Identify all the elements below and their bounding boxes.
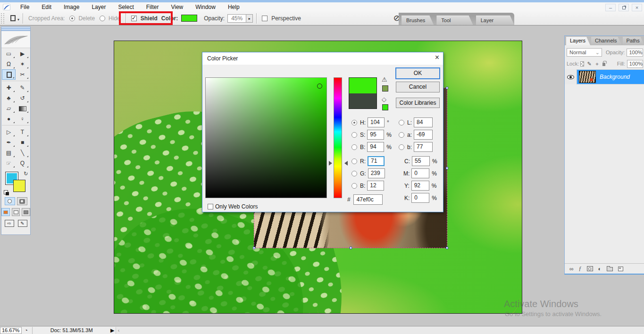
lock-position-icon[interactable]: ＋: [594, 60, 600, 67]
dialog-title-bar[interactable]: Color Picker ×: [202, 52, 443, 65]
minimize-button[interactable]: –: [605, 4, 616, 11]
standard-screen-button[interactable]: [1, 208, 10, 216]
c-input[interactable]: 55: [412, 156, 430, 166]
opacity-dropdown[interactable]: 45% ▸: [227, 14, 253, 23]
a-input[interactable]: -69: [414, 130, 433, 140]
add-mask-icon[interactable]: [587, 266, 593, 271]
l-input[interactable]: 84: [414, 117, 433, 127]
tab-channels[interactable]: Channels: [591, 37, 621, 45]
tool-move[interactable]: ▶: [16, 49, 29, 59]
visibility-cell[interactable]: [565, 69, 577, 84]
opacity-arrow-icon[interactable]: ▸: [246, 14, 253, 23]
layer-style-icon[interactable]: ƒ: [579, 265, 582, 272]
crop-handle-bottom-mid[interactable]: [350, 247, 352, 249]
only-web-colors-checkbox[interactable]: [208, 204, 213, 209]
tab-layers[interactable]: Layers: [566, 37, 590, 45]
menu-window[interactable]: Window: [189, 4, 222, 10]
b-radio[interactable]: [351, 144, 357, 150]
r-radio[interactable]: [351, 159, 357, 164]
restore-button[interactable]: [619, 4, 629, 11]
lab-b-input[interactable]: 77: [414, 142, 433, 152]
close-button[interactable]: ×: [632, 4, 642, 11]
new-layer-icon[interactable]: [618, 267, 623, 271]
lock-transparency-icon[interactable]: [580, 61, 584, 67]
menu-file[interactable]: File: [14, 4, 35, 10]
s-input[interactable]: 95: [367, 130, 384, 140]
menu-view[interactable]: View: [165, 4, 189, 10]
color-libraries-button[interactable]: Color Libraries: [396, 98, 440, 108]
link-layers-icon[interactable]: ∞: [569, 266, 574, 272]
fullscreen-menubar-button[interactable]: [12, 208, 20, 216]
h-input[interactable]: 104: [368, 117, 385, 127]
tool-blur[interactable]: ●: [2, 114, 16, 124]
tool-magic-wand[interactable]: ✶: [16, 59, 29, 69]
default-colors-icon[interactable]: [4, 190, 8, 194]
fullscreen-button[interactable]: [22, 208, 30, 216]
y-input[interactable]: 92: [411, 181, 429, 191]
swap-colors-icon[interactable]: ↻: [24, 171, 28, 177]
timer-icon[interactable]: ◔: [25, 327, 28, 333]
opacity-panel-field[interactable]: 100%: [627, 49, 643, 57]
adjustment-layer-icon[interactable]: ◐: [598, 266, 602, 272]
lock-pixels-icon[interactable]: ✎: [587, 61, 591, 67]
color-field-marker[interactable]: [317, 84, 322, 89]
tool-slice[interactable]: ✂: [16, 69, 29, 80]
fill-field[interactable]: 100%: [627, 60, 643, 68]
hue-slider-arrow-left[interactable]: [329, 161, 332, 166]
tool-eraser[interactable]: ▱: [2, 103, 16, 114]
tab-tool-presets[interactable]: Tool Presets: [436, 16, 473, 25]
document-size-info[interactable]: Doc: 51.3M/51.3M: [34, 327, 109, 333]
b2-radio[interactable]: [351, 183, 357, 189]
layer-thumbnail[interactable]: [579, 71, 596, 83]
tool-notes[interactable]: ▤: [2, 148, 16, 158]
hide-radio[interactable]: [100, 16, 105, 21]
r-input[interactable]: 71: [368, 156, 385, 166]
tool-shape[interactable]: ■: [16, 137, 29, 148]
tool-lasso[interactable]: Ω: [2, 59, 16, 69]
delete-radio[interactable]: [69, 16, 75, 21]
tool-history-brush[interactable]: ↺: [16, 93, 29, 103]
hue-slider-arrow-right[interactable]: [344, 161, 348, 166]
current-color-swatch[interactable]: [349, 93, 376, 109]
menu-image[interactable]: Image: [58, 4, 85, 10]
h-radio[interactable]: [351, 120, 357, 125]
tool-pen[interactable]: ✒: [2, 137, 16, 148]
layer-row-background[interactable]: Background: [565, 69, 644, 84]
gamut-warning-icon[interactable]: ⚠: [382, 76, 387, 83]
menu-help[interactable]: Help: [222, 4, 246, 10]
web-safe-cube-icon[interactable]: ◇: [382, 96, 386, 103]
g-input[interactable]: 239: [368, 168, 385, 178]
b2-input[interactable]: 12: [367, 181, 384, 191]
b-input[interactable]: 94: [367, 142, 384, 152]
s-radio[interactable]: [351, 132, 357, 138]
layer-name[interactable]: Background: [600, 74, 630, 80]
blend-mode-dropdown[interactable]: Normal: [567, 48, 602, 57]
ok-button[interactable]: OK: [396, 68, 440, 79]
imageready-jump-icon[interactable]: ⇨: [5, 220, 14, 227]
tool-healing-brush[interactable]: ✚: [2, 83, 16, 93]
new-group-icon[interactable]: [607, 267, 613, 271]
cancel-button[interactable]: Cancel: [396, 82, 440, 92]
lab-b-radio[interactable]: [399, 144, 404, 150]
crop-handle-bottom-right[interactable]: [446, 247, 448, 249]
tool-dodge[interactable]: ♀: [16, 114, 29, 124]
quick-mask-mode-button[interactable]: [17, 197, 27, 205]
tool-clone-stamp[interactable]: ♣: [2, 93, 16, 103]
k-input[interactable]: 0: [411, 193, 429, 203]
tool-hand[interactable]: ☞: [2, 158, 16, 168]
tab-brushes[interactable]: Brushes: [401, 16, 434, 25]
photoshop-feather-logo[interactable]: [1, 31, 30, 48]
background-color-swatch[interactable]: [13, 180, 25, 192]
hue-slider[interactable]: [334, 77, 342, 198]
shield-color-swatch[interactable]: [181, 15, 197, 22]
crop-handle-bottom-left[interactable]: [253, 247, 255, 249]
zoom-level-field[interactable]: 16.67%: [0, 327, 22, 334]
lock-all-icon[interactable]: [602, 63, 605, 66]
menu-edit[interactable]: Edit: [35, 4, 58, 10]
tool-gradient[interactable]: [16, 103, 29, 114]
perspective-checkbox[interactable]: [262, 16, 268, 21]
tool-zoom[interactable]: Q: [16, 158, 29, 168]
color-field[interactable]: [205, 77, 327, 198]
crop-handle-top-right[interactable]: [446, 87, 448, 89]
scroll-left-icon[interactable]: ‹: [118, 327, 120, 333]
